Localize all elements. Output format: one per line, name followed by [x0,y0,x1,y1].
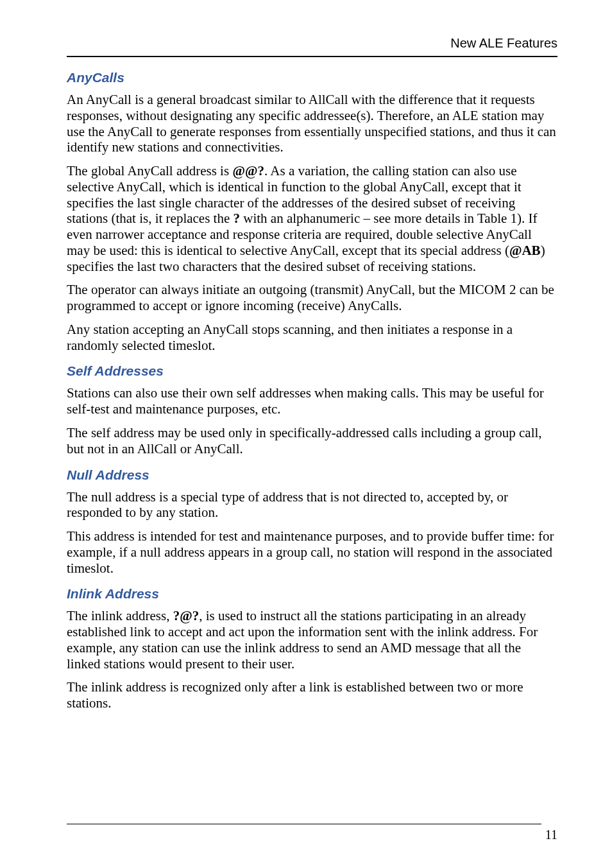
page: New ALE Features AnyCalls An AnyCall is … [0,0,612,868]
text: The global AnyCall address is [67,163,232,178]
running-header: New ALE Features [67,36,557,51]
text: The inlink address, [67,608,173,623]
anycalls-p3: The operator can always initiate an outg… [67,282,557,314]
heading-null-address: Null Address [67,467,557,483]
addr-q-at-q: ?@? [173,608,200,623]
anycalls-p4: Any station accepting an AnyCall stops s… [67,322,557,354]
addr-at-ab: @AB [509,243,541,258]
heading-anycalls: AnyCalls [67,70,557,85]
question-mark: ? [234,211,241,226]
header-rule [67,56,557,57]
inlink-p2: The inlink address is recognized only af… [67,679,557,711]
heading-self-addresses: Self Addresses [67,363,557,379]
addr-at-at-question: @@? [232,163,264,178]
null-p1: The null address is a special type of ad… [67,489,557,521]
page-number: 11 [545,828,557,842]
self-p2: The self address may be used only in spe… [67,425,557,457]
heading-inlink-address: Inlink Address [67,586,557,602]
anycalls-p1: An AnyCall is a general broadcast simila… [67,92,557,155]
inlink-p1: The inlink address, ?@?, is used to inst… [67,608,557,672]
footer-rule [67,824,541,824]
self-p1: Stations can also use their own self add… [67,385,557,417]
null-p2: This address is intended for test and ma… [67,528,557,576]
anycalls-p2: The global AnyCall address is @@?. As a … [67,163,557,274]
